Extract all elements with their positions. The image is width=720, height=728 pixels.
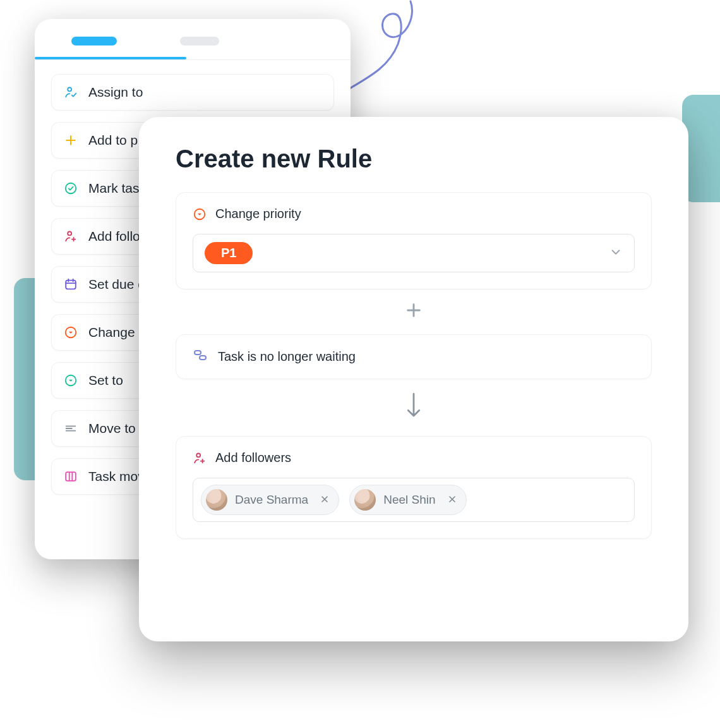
svg-rect-6 [66, 472, 76, 481]
tab-active[interactable] [71, 37, 117, 46]
flow-arrow-icon [176, 379, 652, 436]
avatar [206, 489, 227, 511]
tab-inactive[interactable] [180, 37, 219, 46]
move-icon [63, 421, 78, 436]
action-label: Task mov [88, 469, 145, 484]
board-icon [63, 469, 78, 484]
action-label: Set due d [88, 277, 145, 292]
person-add-icon [63, 229, 78, 244]
follower-name: Neel Shin [383, 493, 435, 507]
priority-pill: P1 [205, 242, 253, 264]
action-label: Change p [88, 325, 146, 340]
follower-chip: Dave Sharma [201, 485, 339, 515]
action-label: Add follo [88, 229, 140, 244]
status-icon [193, 348, 208, 366]
svg-rect-9 [200, 356, 206, 360]
followers-input[interactable]: Dave Sharma Neel Shin [193, 478, 635, 522]
action-label: Set to [88, 373, 123, 388]
avatar [354, 489, 376, 511]
svg-point-1 [66, 183, 76, 194]
followers-label: Add followers [215, 451, 291, 465]
priority-label: Change priority [215, 207, 301, 221]
person-check-icon [63, 85, 78, 100]
create-rule-panel: Create new Rule Change priority P1 Task … [139, 117, 688, 641]
tabs [35, 37, 351, 46]
svg-point-2 [68, 231, 71, 235]
action-label: Assign to [88, 85, 143, 100]
priority-card: Change priority P1 [176, 192, 652, 289]
remove-follower-button[interactable] [320, 493, 330, 507]
calendar-icon [63, 277, 78, 292]
follower-name: Dave Sharma [235, 493, 308, 507]
followers-card: Add followers Dave Sharma Neel Shin [176, 436, 652, 539]
set-to-icon [63, 373, 78, 388]
svg-point-10 [196, 453, 200, 457]
priority-icon [63, 325, 78, 340]
priority-select[interactable]: P1 [193, 234, 635, 272]
condition-label: Task is no longer waiting [218, 349, 356, 364]
action-label: Add to p [88, 133, 138, 148]
follower-chip: Neel Shin [349, 485, 466, 515]
page-title: Create new Rule [176, 145, 652, 173]
add-step-button[interactable] [176, 289, 652, 334]
priority-icon [193, 207, 207, 221]
condition-card[interactable]: Task is no longer waiting [176, 334, 652, 379]
svg-rect-3 [66, 281, 76, 289]
action-label: Mark tas [88, 181, 140, 196]
person-add-icon [193, 451, 207, 465]
priority-card-head: Change priority [193, 207, 635, 221]
remove-follower-button[interactable] [447, 493, 457, 507]
svg-point-0 [68, 87, 71, 91]
plus-icon [63, 133, 78, 148]
chevron-down-icon [609, 245, 623, 262]
action-label: Move to [88, 421, 136, 436]
check-circle-icon [63, 181, 78, 196]
action-assign-to[interactable]: Assign to [51, 74, 334, 111]
followers-card-head: Add followers [193, 451, 635, 465]
svg-rect-8 [195, 351, 201, 355]
